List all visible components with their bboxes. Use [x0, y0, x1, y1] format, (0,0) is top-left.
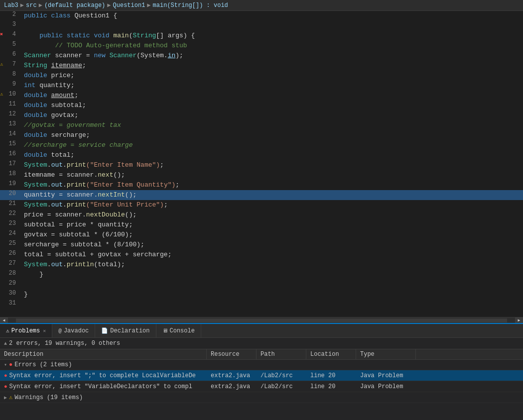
line-content: int quantity;: [20, 81, 523, 91]
sort-icon: ▲: [4, 341, 7, 346]
breadcrumb-item[interactable]: Lab3: [4, 2, 18, 9]
problem-row[interactable]: ●Syntax error, insert "VariableDeclarato…: [0, 381, 523, 392]
problem-type: Java Problem: [356, 382, 416, 391]
problem-group-warnings[interactable]: ▶⚠Warnings (19 items): [0, 392, 523, 403]
code-line-20: 20quantity = scanner.nextInt();: [0, 190, 523, 200]
group-label: Errors (2 items): [14, 361, 72, 368]
line-content: quantity = scanner.nextInt();: [20, 190, 523, 200]
line-content: double sercharge;: [20, 130, 523, 140]
line-number: 14: [0, 130, 20, 137]
declaration-icon: 📄: [101, 327, 108, 334]
problem-type: Java Problem: [356, 371, 416, 380]
problem-group-errors[interactable]: ▾●Errors (2 items): [0, 360, 523, 370]
line-content: subtotal = price * quantity;: [20, 220, 523, 230]
line-number: 8: [0, 71, 20, 78]
code-line-11: 11double subtotal;: [0, 101, 523, 110]
horizontal-scrollbar[interactable]: ◀ ▶: [0, 317, 523, 323]
line-content: System.out.println(total);: [20, 260, 523, 270]
line-content: System.out.print("Enter Item Quantity");: [20, 180, 523, 190]
code-line-6: 6Scanner scanner = new Scanner(System.in…: [0, 51, 523, 61]
line-content: double subtotal;: [20, 101, 523, 110]
scroll-track[interactable]: [16, 318, 507, 322]
line-content: }: [20, 270, 523, 280]
breadcrumb-item[interactable]: main(String[]) : void: [153, 2, 228, 9]
problem-description-text: Syntax error, insert ";" to complete Loc…: [9, 372, 196, 379]
code-line-27: 27System.out.println(total);: [0, 260, 523, 270]
code-line-2: 2public class Question1 {: [0, 11, 523, 21]
line-number: 21: [0, 200, 20, 207]
col-path[interactable]: Path: [257, 349, 306, 359]
tab-problems[interactable]: ⚠ Problems ✕: [0, 324, 52, 337]
code-line-15: 15//sercharge = service charge: [0, 140, 523, 150]
code-line-5: 5 // TODO Auto-generated method stub: [0, 41, 523, 51]
bottom-panel: ⚠ Problems ✕ @ Javadoc 📄 Declaration 🖥 C…: [0, 323, 523, 420]
line-number: 3: [0, 21, 20, 28]
code-line-22: 22price = scanner.nextDouble();: [0, 210, 523, 220]
code-line-7: ⚠7String itemname;: [0, 61, 523, 71]
breadcrumb-item[interactable]: Question1: [113, 2, 145, 9]
scroll-left-btn[interactable]: ◀: [0, 317, 8, 323]
code-line-31: 31: [0, 300, 523, 310]
col-type[interactable]: Type: [356, 349, 416, 359]
group-label: Warnings (19 items): [14, 394, 83, 401]
line-content: String itemname;: [20, 61, 523, 71]
code-line-21: 21System.out.print("Enter Unit Price");: [0, 200, 523, 210]
problem-error-icon: ●: [4, 384, 7, 390]
line-content: System.out.print("Enter Unit Price");: [20, 200, 523, 210]
line-number: 23: [0, 220, 20, 227]
error-marker-icon: ✖: [0, 31, 3, 37]
line-number: 31: [0, 300, 20, 307]
line-number: 11: [0, 101, 20, 107]
line-number: 30: [0, 290, 20, 297]
code-line-17: 17System.out.print("Enter Item Name");: [0, 160, 523, 170]
problem-description: ●Syntax error, insert "VariableDeclarato…: [0, 382, 207, 391]
line-number: 13: [0, 120, 20, 127]
breadcrumb-item[interactable]: (default package): [44, 2, 105, 9]
line-content: //govtax = government tax: [20, 120, 523, 130]
code-line-18: 18itemname = scanner.next();: [0, 170, 523, 180]
tab-javadoc[interactable]: @ Javadoc: [52, 324, 95, 337]
problems-icon: ⚠: [6, 327, 9, 334]
line-content: double govtax;: [20, 110, 523, 120]
col-location[interactable]: Location: [306, 349, 356, 359]
code-line-9: 9int quantity;: [0, 81, 523, 91]
line-content: System.out.print("Enter Item Name");: [20, 160, 523, 170]
line-number: 2: [0, 11, 20, 18]
col-description[interactable]: Description: [0, 349, 207, 359]
warning-marker-icon: ⚠: [0, 91, 3, 97]
line-content: // TODO Auto-generated method stub: [20, 41, 523, 51]
code-line-3: 3: [0, 21, 523, 31]
line-content: itemname = scanner.next();: [20, 170, 523, 180]
problem-location: line 20: [306, 371, 356, 380]
chevron-icon: ▶: [4, 395, 7, 401]
line-number: 6: [0, 51, 20, 58]
line-number: 18: [0, 170, 20, 177]
problem-row[interactable]: ●Syntax error, insert ";" to complete Lo…: [0, 370, 523, 381]
code-line-14: 14double sercharge;: [0, 130, 523, 140]
code-line-10: ⚠10double amount;: [0, 91, 523, 101]
line-number: 28: [0, 270, 20, 277]
line-content: govtax = subtotal * (6/100);: [20, 230, 523, 240]
line-content: public static void main(String[] args) {: [20, 31, 523, 41]
line-content: public class Question1 {: [20, 11, 523, 21]
line-number: 17: [0, 160, 20, 167]
tab-problems-close[interactable]: ✕: [43, 328, 46, 334]
code-line-16: 16double total;: [0, 150, 523, 160]
problems-column-headers: Description Resource Path Location Type: [0, 349, 523, 360]
code-editor[interactable]: 2public class Question1 {3✖4 public stat…: [0, 11, 523, 317]
scroll-right-btn[interactable]: ▶: [515, 317, 523, 323]
warning-marker-icon: ⚠: [0, 61, 3, 67]
problem-location: line 20: [306, 382, 356, 391]
line-number: 19: [0, 180, 20, 187]
line-number: 16: [0, 150, 20, 157]
problems-list: ▾●Errors (2 items)●Syntax error, insert …: [0, 360, 523, 420]
col-resource[interactable]: Resource: [207, 349, 257, 359]
tab-console[interactable]: 🖥 Console: [156, 324, 201, 337]
breadcrumb-item[interactable]: src: [26, 2, 37, 9]
code-line-12: 12double govtax;: [0, 110, 523, 120]
tab-declaration[interactable]: 📄 Declaration: [95, 324, 156, 337]
line-number: ⚠7: [0, 61, 20, 68]
line-number: ⚠10: [0, 91, 20, 98]
line-number: 20: [0, 190, 20, 197]
line-number: 25: [0, 240, 20, 247]
